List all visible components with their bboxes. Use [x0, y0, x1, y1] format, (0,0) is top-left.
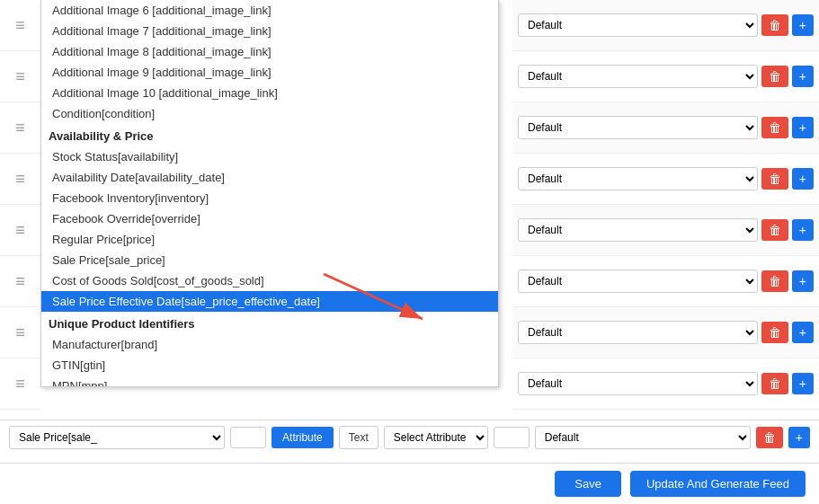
drag-handle-4[interactable]: ≡: [0, 154, 40, 205]
drag-handle-6[interactable]: ≡: [0, 256, 40, 307]
attribute-button[interactable]: Attribute: [272, 427, 334, 448]
output-type-select-3[interactable]: Default: [518, 116, 758, 139]
dropdown-item-fb-inventory[interactable]: Facebook Inventory[inventory]: [41, 188, 498, 208]
right-row-4: Default 🗑 +: [512, 154, 819, 205]
prefix-input[interactable]: [230, 427, 266, 448]
add-button-8[interactable]: +: [792, 373, 814, 394]
output-type-select-8[interactable]: Default: [518, 372, 758, 395]
drag-handle-1[interactable]: ≡: [0, 0, 40, 51]
attribute-dropdown[interactable]: Additional Image 6 [additional_image_lin…: [40, 0, 499, 387]
right-row-2: Default 🗑 +: [512, 51, 819, 102]
right-row-6: Default 🗑 +: [512, 256, 819, 307]
text-button[interactable]: Text: [339, 426, 378, 449]
dropdown-item-availability[interactable]: Stock Status[availability]: [41, 146, 498, 167]
dropdown-item-cost-goods[interactable]: Cost of Goods Sold[cost_of_goods_sold]: [41, 270, 498, 291]
add-button-3[interactable]: +: [792, 117, 814, 138]
right-row-5: Default 🗑 +: [512, 205, 819, 256]
dropdown-item-mpn[interactable]: MPN[mpn]: [41, 376, 498, 386]
category-availability: Availability & Price: [41, 124, 498, 146]
add-button-2[interactable]: +: [792, 66, 814, 87]
delete-button-3[interactable]: 🗑: [761, 117, 788, 138]
dropdown-list: Additional Image 6 [additional_image_lin…: [41, 0, 498, 386]
suffix-input[interactable]: [494, 427, 530, 448]
delete-button-2[interactable]: 🗑: [761, 66, 788, 87]
dropdown-item-fb-override[interactable]: Facebook Override[override]: [41, 208, 498, 229]
delete-button-8[interactable]: 🗑: [761, 373, 788, 394]
drag-handle-8[interactable]: ≡: [0, 358, 40, 410]
add-button-4[interactable]: +: [792, 168, 814, 190]
drag-handle-2[interactable]: ≡: [0, 51, 40, 102]
add-button-5[interactable]: +: [792, 219, 814, 241]
delete-button-5[interactable]: 🗑: [761, 219, 788, 241]
save-button[interactable]: Save: [555, 471, 621, 497]
output-type-select-6[interactable]: Default: [518, 270, 758, 293]
dropdown-item-img8[interactable]: Additional Image 8 [additional_image_lin…: [41, 41, 498, 62]
dropdown-item-regular-price[interactable]: Regular Price[price]: [41, 229, 498, 250]
update-generate-button[interactable]: Update And Generate Feed: [630, 471, 806, 497]
bottom-action-bar: Save Update And Generate Feed: [0, 463, 819, 504]
delete-button-6[interactable]: 🗑: [761, 270, 788, 292]
right-row-3: Default 🗑 +: [512, 102, 819, 154]
dropdown-item-img10[interactable]: Additional Image 10 [additional_image_li…: [41, 83, 498, 103]
dropdown-item-condition[interactable]: Condition[condition]: [41, 103, 498, 124]
add-button-bottom[interactable]: +: [788, 427, 810, 448]
drag-handle-3[interactable]: ≡: [0, 102, 40, 154]
select-attribute-dropdown[interactable]: Select Attribute: [384, 426, 488, 449]
main-container: ≡ ≡ ≡ ≡ ≡ ≡ ≡ ≡ Default 🗑 + Default 🗑 + …: [0, 0, 819, 504]
bottom-edit-bar: Sale Price[sale_ Attribute Text Select A…: [0, 420, 819, 455]
output-type-select-5[interactable]: Default: [518, 218, 758, 242]
output-type-select-1[interactable]: Default: [518, 13, 758, 37]
output-type-select-bottom[interactable]: Default: [535, 426, 751, 449]
right-row-7: Default 🗑 +: [512, 307, 819, 358]
delete-button-7[interactable]: 🗑: [761, 322, 788, 343]
drag-handle-7[interactable]: ≡: [0, 307, 40, 358]
drag-handle-5[interactable]: ≡: [0, 205, 40, 256]
dropdown-item-gtin[interactable]: GTIN[gtin]: [41, 355, 498, 376]
add-button-7[interactable]: +: [792, 322, 814, 343]
output-type-select-7[interactable]: Default: [518, 321, 758, 344]
left-handles: ≡ ≡ ≡ ≡ ≡ ≡ ≡ ≡: [0, 0, 40, 410]
dropdown-item-availability-date[interactable]: Availability Date[availability_date]: [41, 167, 498, 188]
dropdown-item-sale-price[interactable]: Sale Price[sale_price]: [41, 250, 498, 270]
delete-button-4[interactable]: 🗑: [761, 168, 788, 190]
dropdown-item-img7[interactable]: Additional Image 7 [additional_image_lin…: [41, 21, 498, 41]
add-button-1[interactable]: +: [792, 14, 814, 36]
dropdown-item-img6[interactable]: Additional Image 6 [additional_image_lin…: [41, 0, 498, 21]
output-type-select-4[interactable]: Default: [518, 167, 758, 190]
right-panel: Default 🗑 + Default 🗑 + Default 🗑 + Defa…: [512, 0, 819, 410]
dropdown-item-sale-price-date[interactable]: Sale Price Effective Date[sale_price_eff…: [41, 291, 498, 312]
output-type-select-2[interactable]: Default: [518, 65, 758, 88]
right-row-8: Default 🗑 +: [512, 358, 819, 410]
google-attribute-select[interactable]: Sale Price[sale_: [9, 426, 225, 449]
delete-button-1[interactable]: 🗑: [761, 14, 788, 36]
dropdown-item-img9[interactable]: Additional Image 9 [additional_image_lin…: [41, 62, 498, 83]
right-row-1: Default 🗑 +: [512, 0, 819, 51]
dropdown-item-manufacturer[interactable]: Manufacturer[brand]: [41, 334, 498, 355]
add-button-6[interactable]: +: [792, 270, 814, 292]
delete-button-bottom[interactable]: 🗑: [756, 427, 783, 448]
category-unique: Unique Product Identifiers: [41, 312, 498, 334]
